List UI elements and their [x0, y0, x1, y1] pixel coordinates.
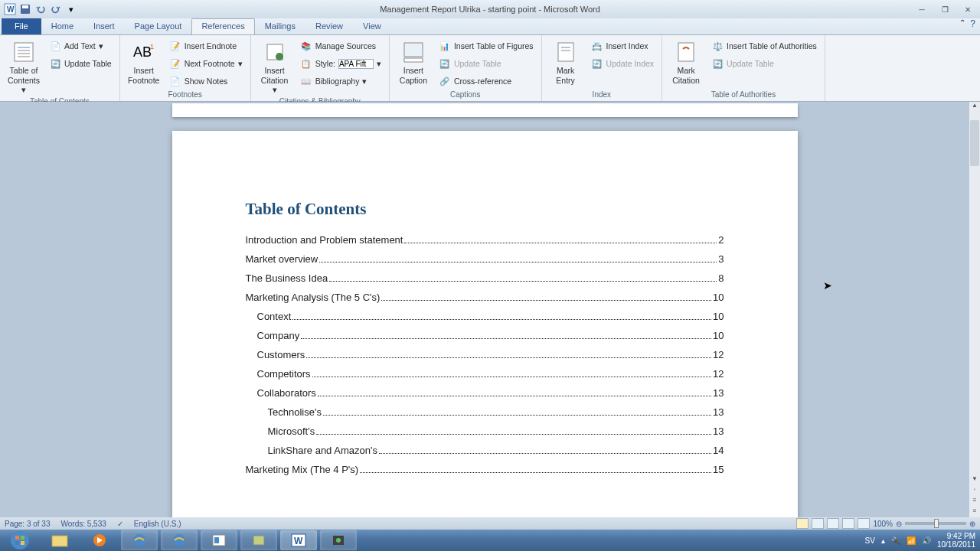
toc-entry[interactable]: Marketing Mix (The 4 P's)15	[246, 464, 724, 475]
save-icon[interactable]	[18, 2, 32, 16]
ie-taskbar-icon-1[interactable]	[121, 530, 158, 550]
redo-icon[interactable]	[49, 2, 63, 16]
word-icon[interactable]: W	[3, 2, 17, 16]
add-text-button[interactable]: 📄Add Text ▾	[46, 38, 115, 54]
toc-leader-dots	[360, 472, 711, 473]
tray-network-icon[interactable]: 📶	[906, 536, 916, 545]
toc-entry[interactable]: Microsoft's13	[246, 425, 724, 437]
app-taskbar-icon-1[interactable]	[201, 530, 237, 550]
web-layout-view-button[interactable]	[827, 518, 839, 529]
word-count[interactable]: Words: 5,533	[61, 520, 106, 528]
app-taskbar-icon-2[interactable]	[240, 530, 277, 550]
tray-language[interactable]: SV	[865, 536, 875, 545]
close-button[interactable]: ✕	[959, 3, 977, 15]
tab-insert[interactable]: Insert	[83, 18, 125, 34]
maximize-button[interactable]: ❐	[936, 3, 954, 15]
toc-entry[interactable]: Technolise's13	[246, 406, 724, 418]
toc-entry[interactable]: Market overview3	[246, 253, 724, 265]
toc-entry[interactable]: Collaborators13	[246, 387, 724, 399]
tab-home[interactable]: Home	[41, 18, 83, 34]
toc-entry[interactable]: Competitors12	[246, 368, 724, 380]
scroll-track[interactable]	[969, 112, 980, 475]
style-field[interactable]	[338, 59, 374, 69]
document-area[interactable]: Table of Contents Introduction and Probl…	[0, 102, 969, 518]
minimize-button[interactable]: ─	[913, 3, 931, 15]
tab-view[interactable]: View	[353, 18, 391, 34]
zoom-out-button[interactable]: ⊖	[896, 520, 902, 528]
update-authorities-button: 🔄Update Table	[708, 56, 820, 71]
scroll-down-icon[interactable]: ▼	[969, 475, 980, 486]
toc-entry-title: Technolise's	[268, 406, 322, 418]
table-of-contents-button[interactable]: Table of Contents ▾	[5, 38, 43, 96]
minimize-ribbon-icon[interactable]: ⌃	[959, 18, 965, 29]
toc-entry-title: Collaborators	[257, 387, 316, 399]
spell-check-icon[interactable]: ✓	[117, 520, 123, 528]
undo-icon[interactable]	[34, 2, 47, 16]
toc-entry-title: Marketing Analysis (The 5 C's)	[246, 292, 381, 303]
qat-dropdown-icon[interactable]: ▾	[64, 2, 78, 16]
word-taskbar-icon[interactable]: W	[280, 530, 317, 550]
insert-caption-button[interactable]: Insert Caption	[394, 38, 433, 86]
cross-reference-button[interactable]: 🔗Cross-reference	[436, 73, 537, 89]
tab-page-layout[interactable]: Page Layout	[125, 18, 192, 34]
print-layout-view-button[interactable]	[796, 518, 808, 529]
toc-entry[interactable]: Introduction and Problem statement2	[246, 234, 724, 246]
toc-entry[interactable]: The Business Idea8	[246, 272, 724, 284]
caption-icon	[401, 40, 426, 64]
zoom-level[interactable]: 100%	[873, 520, 893, 528]
svg-rect-15	[558, 43, 573, 61]
help-icon[interactable]: ?	[970, 18, 975, 29]
tab-file[interactable]: File	[2, 18, 41, 34]
insert-citation-button[interactable]: Insert Citation ▾	[256, 38, 294, 96]
draft-view-button[interactable]	[858, 518, 870, 529]
insert-endnote-button[interactable]: 📝Insert Endnote	[166, 38, 246, 54]
prev-page-icon[interactable]: ≡	[969, 497, 980, 507]
toc-entry[interactable]: Customers12	[246, 349, 724, 360]
full-screen-view-button[interactable]	[812, 518, 824, 529]
toc-entry[interactable]: LinkShare and Amazon's14	[246, 445, 724, 456]
toc-entry[interactable]: Marketing Analysis (The 5 C's)10	[246, 292, 724, 303]
svg-rect-31	[253, 536, 264, 545]
vertical-scrollbar[interactable]: ▲ ▼ ◦ ≡ ≡	[969, 102, 980, 518]
toc-leader-dots	[301, 338, 711, 339]
scroll-thumb[interactable]	[970, 120, 979, 166]
toc-entry[interactable]: Company10	[246, 330, 724, 341]
bibliography-button[interactable]: 📖Bibliography ▾	[297, 73, 384, 89]
toc-entry[interactable]: Context10	[246, 311, 724, 322]
mark-citation-button[interactable]: Mark Citation	[667, 38, 705, 86]
zoom-slider[interactable]	[905, 522, 966, 525]
next-page-icon[interactable]: ≡	[969, 507, 980, 518]
group-citations: Insert Citation ▾ 📚Manage Sources 📋Style…	[251, 35, 390, 101]
tray-power-icon[interactable]: 🔌	[891, 536, 900, 545]
insert-authorities-button[interactable]: ⚖️Insert Table of Authorities	[708, 38, 820, 54]
insert-index-button[interactable]: 📇Insert Index	[588, 38, 657, 54]
insert-table-figures-button[interactable]: 📊Insert Table of Figures	[436, 38, 537, 54]
tab-review[interactable]: Review	[305, 18, 353, 34]
next-footnote-button[interactable]: 📝Next Footnote ▾	[166, 56, 246, 71]
insert-footnote-button[interactable]: AB1 Insert Footnote	[125, 38, 163, 86]
outline-view-button[interactable]	[842, 518, 854, 529]
media-player-taskbar-icon[interactable]	[81, 530, 118, 550]
manage-sources-button[interactable]: 📚Manage Sources	[297, 38, 384, 54]
browse-object-icon[interactable]: ◦	[969, 486, 980, 497]
toc-entry-page: 12	[713, 349, 724, 360]
zoom-handle[interactable]	[934, 519, 939, 528]
mark-entry-button[interactable]: Mark Entry	[547, 38, 585, 86]
tray-volume-icon[interactable]: 🔊	[922, 536, 931, 545]
language-indicator[interactable]: English (U.S.)	[134, 520, 181, 528]
tray-clock[interactable]: 9:42 PM 10/18/2011	[937, 532, 975, 549]
zoom-in-button[interactable]: ⊕	[969, 520, 975, 528]
ie-taskbar-icon-2[interactable]	[161, 530, 198, 550]
explorer-taskbar-icon[interactable]	[41, 530, 78, 550]
tab-mailings[interactable]: Mailings	[255, 18, 305, 34]
page-indicator[interactable]: Page: 3 of 33	[5, 520, 51, 528]
scroll-up-icon[interactable]: ▲	[969, 102, 980, 112]
show-notes-button[interactable]: 📄Show Notes	[166, 73, 246, 89]
window-controls: ─ ❐ ✕	[913, 3, 977, 15]
start-button[interactable]	[2, 530, 38, 550]
tab-references[interactable]: References	[191, 18, 254, 34]
tray-flag-icon[interactable]: ▴	[881, 536, 885, 545]
update-table-button[interactable]: 🔄Update Table	[46, 56, 115, 71]
camtasia-taskbar-icon[interactable]	[320, 530, 357, 550]
style-dropdown[interactable]: 📋Style: ▾	[297, 56, 384, 71]
